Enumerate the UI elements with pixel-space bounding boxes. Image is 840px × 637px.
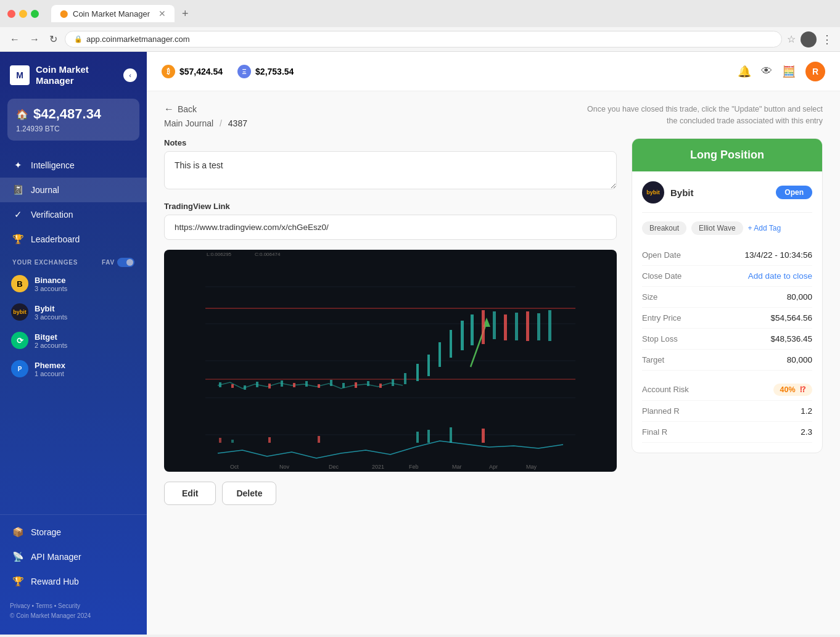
edit-button[interactable]: Edit (164, 482, 216, 505)
footer-privacy[interactable]: Privacy (10, 602, 30, 609)
verification-icon: ✓ (12, 209, 23, 220)
svg-rect-27 (450, 330, 452, 358)
svg-rect-11 (256, 382, 258, 387)
topbar: ₿ $57,424.54 Ξ $2,753.54 🔔 👁 🧮 R (147, 52, 840, 91)
footer-security[interactable]: Security (58, 602, 80, 609)
sidebar-nav: ✦ Intelligence 📓 Journal ✓ Verification … (0, 148, 147, 514)
add-tag-button[interactable]: + Add Tag (748, 224, 781, 232)
exchange-item-bybit[interactable]: bybit Bybit 3 accounts (0, 298, 147, 326)
browser-profile-avatar[interactable] (801, 31, 817, 47)
sidebar-item-label-storage: Storage (31, 527, 61, 537)
entry-price-value: $54,564.56 (770, 313, 812, 323)
account-risk-value: 40% ⁉ (773, 384, 812, 395)
calculator-button[interactable]: 🧮 (782, 65, 796, 78)
svg-rect-14 (293, 383, 295, 387)
breadcrumb-parent[interactable]: Main Journal (164, 118, 213, 128)
size-label: Size (642, 292, 657, 302)
svg-rect-22 (392, 379, 394, 386)
sidebar-item-verification[interactable]: ✓ Verification (0, 202, 147, 227)
btc-icon: ₿ (162, 65, 175, 78)
topbar-actions: 🔔 👁 🧮 R (738, 62, 825, 81)
breadcrumb-separator: / (220, 118, 222, 128)
svg-rect-39 (219, 438, 221, 443)
exchange-item-phemex[interactable]: P Phemex 1 account (0, 355, 147, 383)
svg-rect-32 (482, 310, 485, 344)
eth-icon: Ξ (237, 65, 251, 78)
eth-price: $2,753.54 (255, 67, 294, 76)
sidebar-item-intelligence[interactable]: ✦ Intelligence (0, 153, 147, 178)
page-hint: Once you have closed this trade, click t… (576, 104, 823, 127)
exchange-item-bitget[interactable]: ⟳ Bitget 2 accounts (0, 326, 147, 355)
sidebar-item-leaderboard[interactable]: 🏆 Leaderboard (0, 227, 147, 252)
exchange-item-binance[interactable]: B Binance 3 accounts (0, 269, 147, 298)
notifications-button[interactable]: 🔔 (738, 65, 751, 78)
back-button[interactable]: ← Back (164, 104, 197, 115)
svg-text:L:0.006295: L:0.006295 (207, 252, 232, 257)
svg-text:Dec: Dec (329, 464, 339, 470)
tag-elliot-wave[interactable]: Elliot Wave (691, 221, 743, 235)
maximize-window-button[interactable] (31, 10, 39, 18)
app-logo-icon: M (10, 65, 30, 85)
trading-chart: Oct Nov Dec 2021 Feb Mar Apr May L:0.006… (164, 250, 617, 472)
browser-tab[interactable]: ⬤ Coin Market Manager ✕ (51, 5, 175, 22)
exchange-row: bybit Bybit Open (642, 181, 812, 213)
fav-toggle[interactable] (117, 258, 134, 267)
svg-rect-18 (342, 383, 345, 388)
target-row: Target 80,000 (642, 350, 812, 371)
left-panel: Notes This is a test TradingView Link (164, 138, 617, 622)
app-logo-text: Coin MarketManager (36, 64, 89, 86)
browser-window-controls (7, 10, 39, 18)
target-value: 80,000 (787, 355, 812, 364)
browser-refresh-button[interactable]: ↻ (47, 31, 60, 47)
sidebar-toggle-button[interactable]: ‹ (123, 68, 137, 82)
minimize-window-button[interactable] (19, 10, 27, 18)
bitget-icon: ⟳ (11, 332, 28, 349)
tab-close-button[interactable]: ✕ (159, 9, 166, 18)
bookmark-icon[interactable]: ☆ (787, 33, 796, 45)
address-bar[interactable]: 🔒 app.coinmarketmanager.com (65, 31, 782, 47)
svg-rect-43 (416, 432, 419, 443)
lock-icon: 🔒 (74, 35, 83, 43)
bybit-exchange-logo: bybit (642, 181, 664, 203)
notes-input[interactable]: This is a test (164, 151, 617, 189)
visibility-toggle-button[interactable]: 👁 (761, 65, 772, 78)
eth-price-item: Ξ $2,753.54 (237, 65, 294, 78)
tradingview-url-input[interactable] (164, 215, 617, 240)
svg-rect-13 (281, 380, 283, 387)
sidebar-item-reward-hub[interactable]: 🏆 Reward Hub (0, 569, 147, 594)
notes-label: Notes (164, 138, 617, 147)
close-window-button[interactable] (7, 10, 15, 18)
account-risk-label: Account Risk (642, 385, 689, 394)
planned-r-label: Planned R (642, 406, 680, 416)
svg-rect-42 (318, 436, 320, 443)
svg-rect-8 (219, 382, 221, 387)
sidebar-item-label-journal: Journal (31, 185, 59, 195)
btc-price: $57,424.54 (179, 67, 223, 76)
tags-row: Breakout Elliot Wave + Add Tag (642, 221, 812, 235)
new-tab-button[interactable]: + (182, 7, 189, 20)
browser-nav-bar: ← → ↻ 🔒 app.coinmarketmanager.com ☆ ⋮ (0, 27, 840, 52)
browser-back-button[interactable]: ← (7, 31, 22, 47)
browser-forward-button[interactable]: → (27, 31, 42, 47)
svg-rect-38 (548, 310, 551, 341)
delete-button[interactable]: Delete (222, 482, 276, 505)
sidebar-item-label-leaderboard: Leaderboard (31, 234, 80, 244)
sidebar-item-storage[interactable]: 📦 Storage (0, 520, 147, 545)
close-date-value[interactable]: Add date to close (748, 271, 812, 281)
browser-menu-icon[interactable]: ⋮ (821, 33, 833, 46)
position-header: Long Position (632, 139, 822, 171)
tradingview-label: TradingView Link (164, 202, 617, 211)
svg-text:Feb: Feb (409, 464, 419, 470)
footer-terms[interactable]: Terms (36, 602, 52, 609)
sidebar-item-api-manager[interactable]: 📡 API Manager (0, 545, 147, 569)
close-date-label: Close Date (642, 271, 681, 281)
user-avatar[interactable]: R (805, 62, 825, 81)
sidebar-item-label-api-manager: API Manager (31, 552, 81, 562)
intelligence-icon: ✦ (12, 160, 23, 171)
tag-breakout[interactable]: Breakout (642, 221, 686, 235)
risk-badge: 40% ⁉ (773, 384, 812, 396)
final-r-row: Final R 2.3 (642, 422, 812, 443)
svg-rect-15 (305, 381, 308, 387)
sidebar-item-journal[interactable]: 📓 Journal (0, 178, 147, 202)
toggle-knob (126, 259, 133, 266)
